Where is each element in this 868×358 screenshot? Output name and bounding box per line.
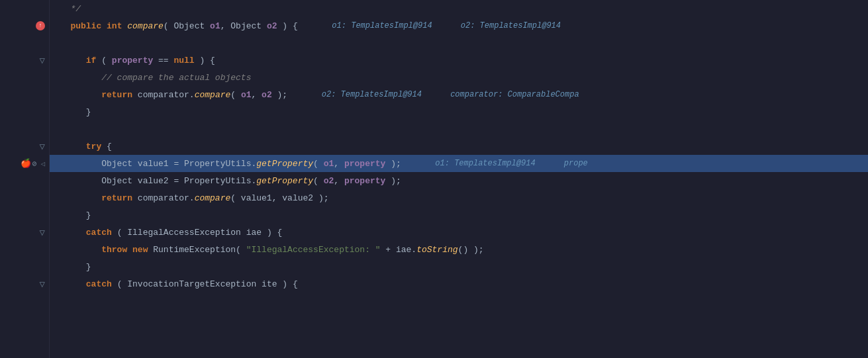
token-plain: + iae. xyxy=(381,245,417,255)
token-plain: , xyxy=(252,90,262,100)
token-comment: */ xyxy=(55,4,81,14)
token-plain: ); xyxy=(385,159,401,169)
code-tokens-12: } xyxy=(55,210,91,220)
token-plain: , xyxy=(334,176,344,186)
token-type: IllegalAccessException xyxy=(127,228,241,238)
debug-info-9: o1: TemplatesImpl@914 prope xyxy=(421,159,588,168)
gutter-row-0[interactable] xyxy=(0,0,49,17)
code-line-13: catch ( IllegalAccessException iae ) { xyxy=(50,224,868,241)
code-line-0: */ xyxy=(50,0,868,17)
token-type: InvocationTargetException xyxy=(127,279,256,289)
gutter-row-9[interactable]: 🍎⊘◁ xyxy=(0,155,49,172)
debug-info-5: o2: TemplatesImpl@914 comparator: Compar… xyxy=(307,90,579,99)
token-plain xyxy=(55,159,101,169)
exec-arrow-icon: ◁ xyxy=(40,159,45,168)
gutter-row-16[interactable]: ▽ xyxy=(0,275,49,292)
code-area[interactable]: */ public int compare( Object o1, Object… xyxy=(50,0,868,358)
gutter-row-3[interactable]: ▽ xyxy=(0,52,49,69)
code-tokens-11: return comparator.compare( value1, value… xyxy=(55,193,329,203)
gutter-row-10[interactable] xyxy=(0,172,49,189)
token-plain: == xyxy=(153,56,173,66)
code-tokens-14: throw new RuntimeException( "IllegalAcce… xyxy=(55,245,484,255)
code-tokens-1: public int compare( Object o1, Object o2… xyxy=(55,21,298,31)
gutter-row-4[interactable] xyxy=(0,69,49,86)
code-line-4: // compare the actual objects xyxy=(50,69,868,86)
gutter-row-6[interactable] xyxy=(0,103,49,120)
code-tokens-9: Object value1 = PropertyUtils.getPropert… xyxy=(55,159,401,169)
code-line-16: catch ( InvocationTargetException ite ) … xyxy=(50,275,868,292)
gutter-row-15[interactable] xyxy=(0,258,49,275)
token-plain: ( xyxy=(313,159,324,169)
token-plain: ( xyxy=(230,90,241,100)
code-line-7 xyxy=(50,120,868,138)
gutter-row-14[interactable] xyxy=(0,241,49,258)
token-plain: ( xyxy=(164,21,174,31)
token-kw: throw xyxy=(101,245,127,255)
fold-arrow-icon[interactable]: ▽ xyxy=(40,141,45,152)
fold-arrow-icon[interactable]: ▽ xyxy=(40,227,45,238)
code-line-9: Object value1 = PropertyUtils.getPropert… xyxy=(50,155,868,172)
token-fn: compare xyxy=(127,21,164,31)
token-plain xyxy=(55,90,101,100)
token-plain: comparator. xyxy=(132,193,195,203)
token-plain xyxy=(55,56,86,66)
token-plain: ( xyxy=(96,56,111,66)
token-str: "IllegalAccessException: " xyxy=(246,245,381,255)
code-line-8: try { xyxy=(50,138,868,155)
token-plain xyxy=(262,21,267,31)
fold-arrow-icon[interactable]: ▽ xyxy=(40,55,45,66)
code-tokens-5: return comparator.compare( o1, o2 ); xyxy=(55,90,287,100)
token-kw: return xyxy=(101,193,132,203)
fold-arrow-icon[interactable]: ▽ xyxy=(40,279,45,290)
apple-icon: 🍎 xyxy=(21,158,31,169)
token-plain: { xyxy=(101,142,112,152)
code-tokens-4: // compare the actual objects xyxy=(55,73,251,83)
token-plain: value1 = PropertyUtils. xyxy=(132,159,256,169)
code-tokens-6: } xyxy=(55,107,91,117)
breakpoint-icon[interactable]: ↑ xyxy=(36,21,45,30)
token-type: RuntimeException xyxy=(153,245,236,255)
token-plain: ( xyxy=(236,245,246,255)
exec-marker: 🍎⊘ xyxy=(21,158,37,169)
token-kw: return xyxy=(101,90,132,100)
token-param: o2 xyxy=(262,90,272,100)
token-plain: ( xyxy=(112,228,127,238)
token-plain xyxy=(55,245,101,255)
token-plain: () ); xyxy=(458,245,484,255)
token-kw: int xyxy=(107,21,122,31)
token-param: property xyxy=(344,176,385,186)
token-type: Object xyxy=(173,21,205,31)
token-kw: public xyxy=(70,21,101,31)
gutter-row-8[interactable]: ▽ xyxy=(0,138,49,155)
token-kw: if xyxy=(86,56,97,66)
token-fn: getProperty xyxy=(256,159,313,169)
code-line-12: } xyxy=(50,206,868,224)
gutter-row-11[interactable] xyxy=(0,189,49,206)
token-plain: } xyxy=(55,107,91,117)
gutter-row-2[interactable] xyxy=(0,34,49,52)
token-fn: getProperty xyxy=(256,176,313,186)
token-kw: catch xyxy=(86,228,112,238)
token-param: property xyxy=(112,56,153,66)
code-tokens-3: if ( property == null ) { xyxy=(55,56,215,66)
code-tokens-0: */ xyxy=(55,4,81,14)
code-line-5: return comparator.compare( o1, o2 ); o2:… xyxy=(50,86,868,103)
debug-info-1: o1: TemplatesImpl@914 o2: TemplatesImpl@… xyxy=(318,21,561,30)
code-line-15: } xyxy=(50,258,868,275)
code-tokens-16: catch ( InvocationTargetException ite ) … xyxy=(55,279,298,289)
gutter-row-7[interactable] xyxy=(0,120,49,138)
cancel-icon: ⊘ xyxy=(32,159,37,168)
token-param: o1 xyxy=(210,21,220,31)
token-plain: ( value1, value2 ); xyxy=(230,193,328,203)
gutter-row-13[interactable]: ▽ xyxy=(0,224,49,241)
code-tokens-8: try { xyxy=(55,142,112,152)
gutter-row-1[interactable]: ↑ xyxy=(0,17,49,34)
token-plain: comparator. xyxy=(138,90,195,100)
token-kw: new xyxy=(132,245,148,255)
code-line-2 xyxy=(50,34,868,52)
token-plain: ) { xyxy=(277,21,298,31)
token-plain: } xyxy=(55,210,91,220)
gutter-row-5[interactable] xyxy=(0,86,49,103)
token-plain xyxy=(132,90,138,100)
gutter-row-12[interactable] xyxy=(0,206,49,224)
